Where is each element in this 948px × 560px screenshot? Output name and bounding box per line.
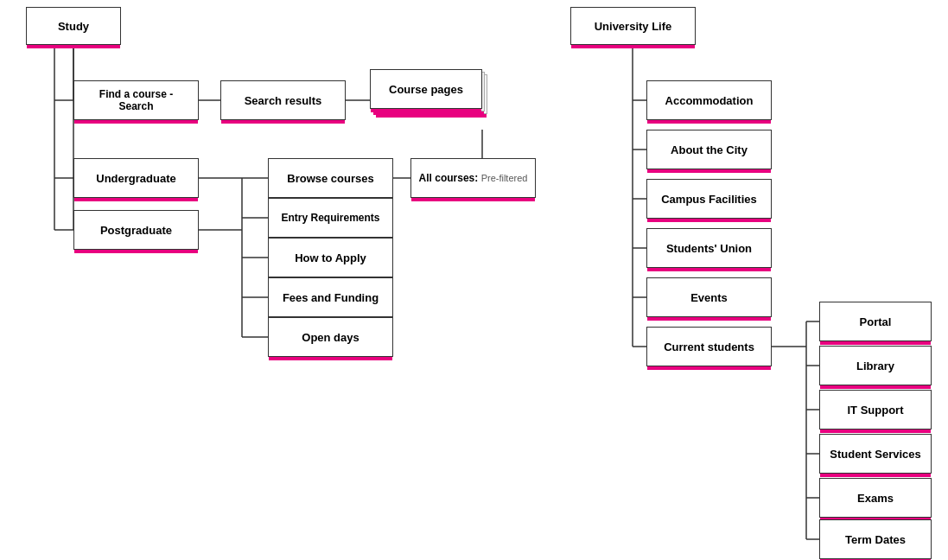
student-services-node[interactable]: Student Services: [819, 434, 932, 474]
entry-requirements-node[interactable]: Entry Requirements: [268, 198, 393, 238]
events-node[interactable]: Events: [646, 277, 772, 317]
all-courses-node[interactable]: All courses: Pre-filtered: [410, 158, 536, 198]
study-node[interactable]: Study: [26, 7, 121, 45]
all-courses-label: All courses:: [419, 172, 479, 184]
site-map-diagram: Study Find a course - Search Undergradua…: [0, 0, 948, 560]
accommodation-node[interactable]: Accommodation: [646, 80, 772, 120]
university-life-node[interactable]: University Life: [570, 7, 696, 45]
postgraduate-node[interactable]: Postgraduate: [73, 210, 199, 250]
fees-funding-node[interactable]: Fees and Funding: [268, 277, 393, 317]
term-dates-node[interactable]: Term Dates: [819, 519, 932, 559]
exams-node[interactable]: Exams: [819, 478, 932, 518]
open-days-node[interactable]: Open days: [268, 317, 393, 357]
current-students-node[interactable]: Current students: [646, 327, 772, 366]
course-pages-label: Course pages: [389, 83, 463, 96]
browse-courses-node[interactable]: Browse courses: [268, 158, 393, 198]
find-course-node[interactable]: Find a course - Search: [73, 80, 199, 120]
portal-node[interactable]: Portal: [819, 302, 932, 341]
how-to-apply-node[interactable]: How to Apply: [268, 238, 393, 277]
search-results-node[interactable]: Search results: [220, 80, 346, 120]
library-node[interactable]: Library: [819, 346, 932, 385]
about-city-node[interactable]: About the City: [646, 130, 772, 169]
it-support-node[interactable]: IT Support: [819, 390, 932, 430]
students-union-node[interactable]: Students' Union: [646, 228, 772, 268]
campus-facilities-node[interactable]: Campus Facilities: [646, 179, 772, 219]
undergraduate-node[interactable]: Undergraduate: [73, 158, 199, 198]
pre-filtered-label: Pre-filtered: [481, 173, 528, 183]
